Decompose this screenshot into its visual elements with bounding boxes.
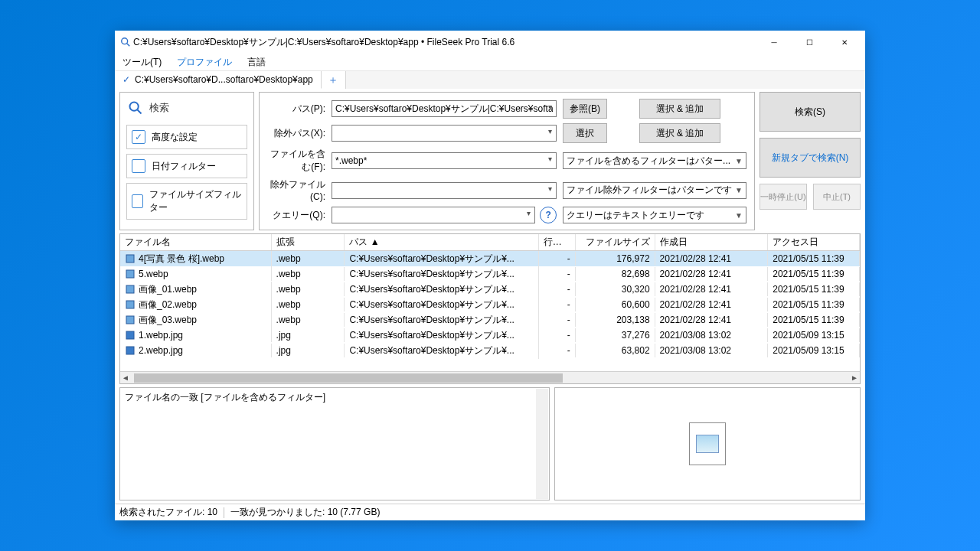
query-type-dropdown[interactable]: クエリーはテキストクエリーです▼ [563,207,746,223]
checkbox-icon [132,159,145,173]
scroll-right-icon[interactable]: ► [851,373,858,382]
tabbar: ✓ C:¥Users¥softaro¥D...softaro¥Desktop¥a… [115,70,865,89]
status-matches: 一致が見つかりました: 10 (7.77 GB) [230,506,380,519]
sidebar-size-filter[interactable]: ファイルサイズフィルター [126,183,247,220]
grid-body[interactable]: 4[写真 景色 桜].webp.webpC:¥Users¥softaro¥Des… [120,251,860,371]
sidebar-advanced[interactable]: ✓ 高度な設定 [126,125,247,149]
match-panel: ファイル名の一致 [ファイルを含めるフィルター] [119,387,550,500]
svg-line-1 [127,44,130,47]
sidebar-search-heading: 検索 [126,99,247,120]
maximize-button[interactable]: ☐ [792,31,827,54]
col-size[interactable]: ファイルサイズ [576,234,655,250]
status-found: 検索されたファイル: 10 [119,506,217,519]
select-button[interactable]: 選択 [563,123,607,143]
table-row[interactable]: 2.webp.jpg.jpgC:¥Users¥softaro¥Desktop¥サ… [120,343,860,358]
app-window: C:¥Users¥softaro¥Desktop¥サンプル|C:¥Users¥s… [115,31,865,520]
tab-label: C:¥Users¥softaro¥D...softaro¥Desktop¥app [135,74,313,85]
window-title: C:¥Users¥softaro¥Desktop¥サンプル|C:¥Users¥s… [133,36,514,49]
add-tab-button[interactable]: ＋ [322,71,346,89]
sidebar-search-label: 検索 [149,101,169,115]
include-input[interactable] [332,152,557,169]
table-row[interactable]: 4[写真 景色 桜].webp.webpC:¥Users¥softaro¥Des… [120,251,860,266]
check-icon: ✓ [122,74,130,85]
tab-active[interactable]: ✓ C:¥Users¥softaro¥D...softaro¥Desktop¥a… [115,71,322,89]
horizontal-scrollbar[interactable]: ◄ ► [120,371,860,383]
svg-point-0 [122,38,128,44]
file-icon [125,253,136,264]
chevron-down-icon: ▼ [735,186,743,194]
file-icon [125,269,136,279]
query-input[interactable] [332,207,535,223]
new-tab-search-button[interactable]: 新規タブで検索(N) [760,138,861,178]
sidebar-advanced-label: 高度な設定 [152,131,198,144]
grid-header: ファイル名 拡張 パス ▲ 行番号 ファイルサイズ 作成日 アクセス日 [120,234,860,251]
svg-line-3 [138,110,142,114]
svg-point-2 [130,103,139,111]
include-filter-dropdown[interactable]: ファイルを含めるフィルターはパター...▼ [563,152,746,169]
query-help-icon[interactable]: ? [540,207,557,223]
svg-rect-6 [126,285,134,293]
titlebar[interactable]: C:¥Users¥softaro¥Desktop¥サンプル|C:¥Users¥s… [115,31,865,54]
menu-tool[interactable]: ツール(T) [119,54,165,70]
checkbox-icon [132,194,143,208]
query-label: クエリー(Q): [267,209,325,222]
vertical-scrollbar[interactable] [536,389,548,499]
sidebar-date-filter-label: 日付フィルター [152,160,216,173]
scroll-left-icon[interactable]: ◄ [122,373,129,382]
statusbar: 検索されたファイル: 10 一致が見つかりました: 10 (7.77 GB) [115,504,865,520]
image-thumbnail-icon [689,422,726,465]
close-button[interactable]: ✕ [827,31,862,54]
table-row[interactable]: 画像_01.webp.webpC:¥Users¥softaro¥Desktop¥… [120,282,860,297]
menu-profile[interactable]: プロファイル [174,54,235,70]
svg-rect-9 [126,331,134,339]
sidebar-date-filter[interactable]: 日付フィルター [126,154,247,178]
search-button[interactable]: 検索(S) [760,92,861,132]
col-filename[interactable]: ファイル名 [120,234,272,250]
path-input[interactable] [332,100,557,117]
checkbox-checked-icon: ✓ [132,130,145,144]
file-icon [125,345,136,356]
col-accessed[interactable]: アクセス日 [768,234,860,250]
scroll-thumb[interactable] [134,373,563,383]
svg-rect-7 [126,301,134,308]
action-column: 検索(S) 新規タブで検索(N) 一時停止(U) 中止(T) [760,92,861,230]
col-ext[interactable]: 拡張 [272,234,345,250]
exclude-file-input[interactable] [332,182,557,199]
exclude-filter-dropdown[interactable]: ファイル除外フィルターはパターンです▼ [563,182,746,199]
match-text: ファイル名の一致 [ファイルを含めるフィルター] [120,388,549,407]
app-icon [119,36,132,48]
file-icon [125,284,136,295]
table-row[interactable]: 1.webp.jpg.jpgC:¥Users¥softaro¥Desktop¥サ… [120,328,860,343]
preview-panel [554,387,861,500]
minimize-button[interactable]: ─ [756,31,792,54]
file-icon [125,315,136,325]
include-label: ファイルを含む(F): [267,148,325,174]
sidebar: 検索 ✓ 高度な設定 日付フィルター ファイルサイズフィルター [119,92,254,230]
pause-button: 一時停止(U) [760,184,807,210]
file-icon [125,330,136,341]
exclude-file-label: 除外ファイル(C): [267,178,325,202]
browse-button[interactable]: 参照(B) [563,99,607,119]
table-row[interactable]: 画像_02.webp.webpC:¥Users¥softaro¥Desktop¥… [120,297,860,312]
svg-rect-5 [126,270,134,278]
table-row[interactable]: 画像_03.webp.webpC:¥Users¥softaro¥Desktop¥… [120,312,860,328]
col-created[interactable]: 作成日 [655,234,769,250]
table-row[interactable]: 5.webp.webpC:¥Users¥softaro¥Desktop¥サンプル… [120,266,860,282]
svg-rect-8 [126,316,134,324]
select-add-button-2[interactable]: 選択 & 追加 [639,123,720,143]
file-icon [125,299,136,310]
chevron-down-icon: ▼ [735,157,743,165]
svg-rect-4 [126,255,134,262]
select-add-button-1[interactable]: 選択 & 追加 [639,99,720,119]
path-label: パス(P): [267,103,325,116]
search-icon [128,100,143,116]
exclude-path-label: 除外パス(X): [267,127,325,140]
exclude-path-input[interactable] [332,125,557,142]
menu-language[interactable]: 言語 [244,54,269,70]
search-form: パス(P): 参照(B) 選択 & 追加 除外パス(X): 選択 選択 & 追加… [259,92,755,230]
results-grid: ファイル名 拡張 パス ▲ 行番号 ファイルサイズ 作成日 アクセス日 4[写真… [119,233,861,384]
col-path[interactable]: パス ▲ [345,234,538,250]
svg-rect-10 [126,347,134,354]
col-line[interactable]: 行番号 [539,234,576,250]
chevron-down-icon: ▼ [735,211,743,220]
